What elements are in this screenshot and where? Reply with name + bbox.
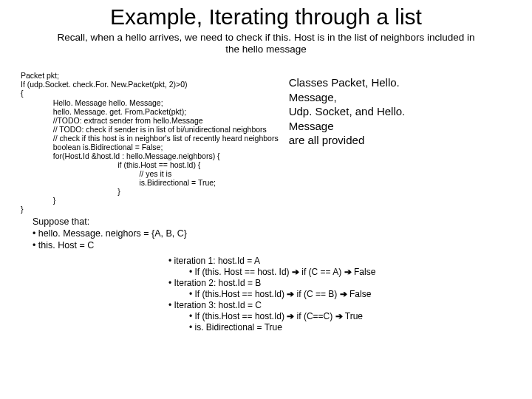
iter-line: • Iteration 3: host.Id = C [168, 300, 511, 311]
arrow-icon: ➔ [340, 289, 347, 299]
suppose-bullet: • this. Host = C [33, 240, 511, 252]
arrow-icon: ➔ [287, 289, 294, 299]
iteration-block: • iteration 1: host.Id = A • If (this. H… [168, 256, 511, 333]
iter-text: • If (this.Host == host.Id) [189, 289, 284, 299]
iter-line: • If (this. Host == host. Id) ➔ if (C ==… [189, 267, 511, 278]
iter-line: • If (this.Host == host.Id) ➔ if (C == B… [189, 289, 511, 300]
arrow-icon: ➔ [344, 267, 352, 277]
iter-text: • If (this. Host == host. Id) [189, 267, 290, 277]
iter-line: • iteration 1: host.Id = A [168, 256, 511, 267]
side-line: are all provided [289, 133, 444, 148]
code-line: is.Bidirectional = True; [21, 178, 216, 187]
code-line: // yes it is [21, 169, 171, 178]
side-line: Udp. Socket, and Hello. Message [289, 104, 444, 133]
iter-text: True [345, 311, 363, 321]
code-line: //TODO: extract sender from hello.Messag… [21, 116, 203, 125]
iter-text: if (C == B) [297, 289, 340, 299]
side-note: Classes Packet, Hello. Message, Udp. Soc… [279, 62, 444, 148]
code-line: boolean is.Bidirectional = False; [21, 143, 163, 151]
code-line: } [21, 196, 55, 205]
iter-line: • If (this.Host == host.Id) ➔ if (C==C) … [189, 311, 511, 322]
code-line: If (udp.Socket. check.For. New.Packet(pk… [21, 80, 188, 89]
code-line: // TODO: check if sender is in list of b… [21, 125, 267, 134]
code-block: Packet pkt; If (udp.Socket. check.For. N… [21, 62, 279, 214]
iter-text: False [349, 289, 371, 299]
code-and-side-row: Packet pkt; If (udp.Socket. check.For. N… [21, 62, 511, 214]
code-line: if (this.Host == host.Id) { [21, 160, 200, 169]
code-line: } [21, 187, 120, 196]
iter-line: • Iteration 2: host.Id = B [168, 278, 511, 289]
suppose-head: Suppose that: [33, 216, 511, 228]
side-line: Classes Packet, Hello. Message, [289, 75, 444, 104]
iter-text: if (C == A) [301, 267, 344, 277]
code-line: // check if this host is in neighbor's l… [21, 134, 279, 143]
subtitle: Recall, when a hello arrives, we need to… [50, 32, 482, 57]
arrow-icon: ➔ [335, 311, 343, 321]
code-line: hello. Message. get. From.Packet(pkt); [21, 107, 186, 116]
arrow-icon: ➔ [292, 267, 299, 277]
iter-line: • is. Bidirectional = True [189, 322, 511, 333]
suppose-block: Suppose that: • hello. Message. neighors… [33, 216, 511, 251]
code-line: Hello. Message hello. Message; [21, 98, 163, 107]
page-title: Example, Iterating through a list [21, 4, 511, 30]
code-line: { [21, 89, 24, 98]
iter-text: if (C==C) [297, 311, 335, 321]
arrow-icon: ➔ [287, 311, 294, 321]
suppose-bullet: • hello. Message. neighors = {A, B, C} [33, 228, 511, 240]
iter-text: False [354, 267, 375, 277]
code-line: for(Host.Id &host.Id : hello.Message.nei… [21, 151, 220, 160]
code-line: } [21, 205, 24, 214]
iter-text: • If (this.Host == host.Id) [189, 311, 284, 321]
code-line: Packet pkt; [21, 71, 59, 80]
